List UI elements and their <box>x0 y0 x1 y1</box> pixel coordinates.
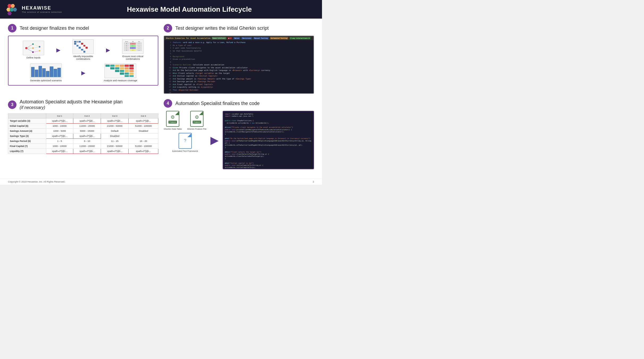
analyze-chart <box>104 64 136 78</box>
section-4-header: 4 Automation Specialist finalizes the co… <box>164 99 314 108</box>
diagram-top-row: Define inputs ▶ <box>12 39 155 60</box>
row-label: Liquidity (7) <box>8 149 46 154</box>
feature-file-2: ⚙ Feature Gherkin Feature File <box>187 111 206 130</box>
feature-files-row: ⚙ Feature Gherkin Data Table ⚙ Feature <box>164 111 206 130</box>
svg-point-16 <box>39 46 40 48</box>
svg-rect-27 <box>125 67 129 69</box>
gear-icon-2: ⚙ <box>195 114 199 120</box>
table-cell: xpath=//*[@i... <box>46 119 73 124</box>
table-cell: xpath=//*[@i... <box>129 119 158 124</box>
table-cell: xpath=//*[@i... <box>101 119 129 124</box>
framework-label: Automated Test Framework <box>172 150 198 152</box>
svg-rect-31 <box>125 70 129 72</box>
section-1-header: 1 Test designer finalizes the model <box>8 24 158 32</box>
table-cell: xpath=//*[@i... <box>73 119 101 124</box>
section-3: 3 Automation Specialist adjusts the Hexa… <box>8 99 158 169</box>
framework-row: ? Automated Test Framework <box>164 133 206 152</box>
identify-label: Identify impossiblecombinations <box>73 55 93 60</box>
step-1-circle: 1 <box>8 24 16 32</box>
table-cell: 51000 - 100000 <box>129 124 158 129</box>
row-label: Final Capital (7) <box>8 144 46 149</box>
svg-marker-4 <box>13 8 17 11</box>
framework-icon: ? <box>179 133 192 149</box>
gherkin-editor: Gherkin Scenarios for Asset Accumulation… <box>164 36 314 94</box>
table-row: Savings Period (6) 1 - 5 6 - 10 11 - 15 … <box>8 139 158 144</box>
copyright: Copyright © 2019 Hexawise, Inc. All Righ… <box>8 180 65 183</box>
table-cell: xpath=//*[@i... <box>46 134 73 139</box>
svg-line-11 <box>33 51 40 52</box>
table-cell: 51000 - 100000 <box>129 144 158 149</box>
analyze-label: Analyze and measure coverage <box>104 79 137 82</box>
table-cell: 1000 - 5000 <box>46 129 73 134</box>
table-cell: xpath=//*[@i... <box>101 149 129 154</box>
feature-file-icon-2: ⚙ Feature <box>190 111 204 127</box>
hexawise-logo-icon <box>5 3 18 16</box>
feature-file-1: ⚙ Feature Gherkin Data Table <box>164 111 182 130</box>
svg-rect-24 <box>110 67 115 69</box>
code-editor: import cucumber.api.DataTable; import nu… <box>223 111 314 169</box>
diagram-bottom-row: Generate optimized scenarios ▶ <box>12 64 155 82</box>
page-title: Hexawise Model Automation Lifecycle <box>62 5 317 14</box>
svg-rect-18 <box>105 65 110 67</box>
table-cell: 11000 - 20000 <box>73 124 101 129</box>
define-chart <box>23 41 44 55</box>
section-4: 4 Automation Specialist finalizes the co… <box>164 99 314 169</box>
question-icon: ? <box>184 138 186 143</box>
notes-btn[interactable]: Notes <box>233 37 240 39</box>
svg-rect-35 <box>129 73 134 75</box>
table-cell: Disabled <box>129 129 158 134</box>
interactions-btn[interactable]: 2-way interactions ▼ <box>289 37 311 39</box>
save-btn[interactable]: Save (ctrl+s) <box>212 37 226 39</box>
ensure-chart: NameValOpt A1x B2y C3z D4w <box>122 39 143 54</box>
svg-line-6 <box>26 44 33 48</box>
step-3-circle: 3 <box>8 100 16 109</box>
step-2-title: Test designer writes the initial Gherkin… <box>175 26 269 31</box>
table-row: Savings Amount (4) 1000 - 5000 6000 - 15… <box>8 129 158 134</box>
step-1-title: Test designer finalizes the model <box>20 26 89 31</box>
step-4-circle: 4 <box>164 99 172 108</box>
svg-line-8 <box>26 48 33 52</box>
svg-rect-37 <box>129 75 134 77</box>
gherkin-content: 1feature: verb and a noun e.g. Apply for… <box>164 40 313 93</box>
table-cell: Default <box>101 129 129 134</box>
svg-point-15 <box>32 51 34 53</box>
svg-rect-21 <box>120 65 124 67</box>
table-row: Initial Capital (6) 1000 - 10000 11000 -… <box>8 124 158 129</box>
brand-name: HEXAWISE <box>22 5 62 11</box>
diagram-ensure: NameValOpt A1x B2y C3z D4w Ensure mos <box>111 39 155 60</box>
manual-testing-btn[interactable]: Manual Testing <box>253 37 269 39</box>
svg-point-17 <box>39 50 40 52</box>
svg-rect-33 <box>120 73 124 75</box>
table-row: Final Capital (7) 1000 - 10000 11000 - 2… <box>8 144 158 149</box>
table-cell: xpath=//*[@i... <box>73 134 101 139</box>
table-row: Liquidity (7) xpath=//*[@i... xpath=//*[… <box>8 149 158 154</box>
step-4-title: Automation Specialist finalizes the code <box>175 101 260 106</box>
bottom-sections: 3 Automation Specialist adjusts the Hexa… <box>8 99 314 169</box>
svg-marker-5 <box>7 11 12 15</box>
diagram-define: Define inputs <box>12 41 55 59</box>
table-cell: 1000 - 10000 <box>46 144 73 149</box>
brand-tagline: The science of scenario selection <box>22 11 62 13</box>
svg-rect-32 <box>129 70 134 72</box>
define-label: Define inputs <box>27 56 41 59</box>
auto-testing-btn[interactable]: Automated Testing <box>270 37 288 39</box>
model-diagram: Define inputs ▶ <box>8 36 158 86</box>
svg-line-10 <box>33 47 40 48</box>
table-cell: 1000 - 10000 <box>46 124 73 129</box>
svg-rect-28 <box>129 67 134 69</box>
revisions-btn[interactable]: Revisions <box>241 37 252 39</box>
svg-rect-19 <box>110 65 115 67</box>
svg-rect-23 <box>129 65 134 67</box>
svg-rect-34 <box>125 73 129 75</box>
col-3-header: Col 3 <box>101 114 129 119</box>
framework-file: ? Automated Test Framework <box>172 133 198 152</box>
col-label-header <box>8 114 46 119</box>
header: HEXAWISE The science of scenario selecti… <box>0 0 322 19</box>
section-4-content: ⚙ Feature Gherkin Data Table ⚙ Feature <box>164 111 314 169</box>
table-cell: xpath=//*[@i... <box>46 149 73 154</box>
svg-rect-22 <box>125 65 129 67</box>
table-row: Savings Type (3) xpath=//*[@i... xpath=/… <box>8 134 158 139</box>
generate-chart <box>30 64 62 78</box>
row-label: Savings Type (3) <box>8 134 46 139</box>
table-cell <box>129 134 158 139</box>
